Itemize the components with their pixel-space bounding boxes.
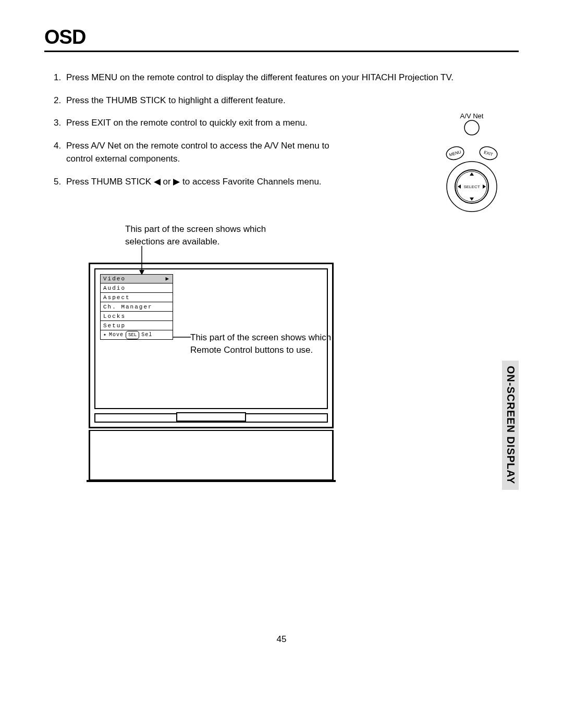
osd-menu-item-video: Video ▶	[100, 274, 173, 283]
page-title: OSD	[44, 26, 519, 51]
remote-control-diagram: A/V Net MENU EXIT	[425, 112, 519, 216]
instruction-text: Press MENU on the remote control to disp…	[66, 71, 519, 84]
list-number: 3.	[54, 116, 66, 130]
title-rule	[44, 51, 519, 52]
svg-text:EXIT: EXIT	[483, 150, 494, 157]
tv-illustration: Video ▶ Audio Aspect Ch. Manager Locks S…	[89, 263, 334, 481]
hint-move-label: Move	[109, 331, 124, 339]
section-tab: ON-SCREEN DISPLAY	[502, 361, 519, 490]
osd-menu-item-locks: Locks	[100, 312, 173, 321]
tv-front-panel	[94, 413, 328, 423]
osd-menu-label: Video	[103, 275, 126, 282]
triangle-right-icon: ▶	[165, 275, 170, 282]
list-number: 4.	[54, 139, 66, 166]
exit-button-icon: EXIT	[478, 145, 498, 162]
list-number: 5.	[54, 175, 66, 189]
list-number: 1.	[54, 71, 66, 84]
osd-menu-item-chmanager: Ch. Manager	[100, 302, 173, 312]
section-tab-label: ON-SCREEN DISPLAY	[505, 366, 517, 484]
osd-menu: Video ▶ Audio Aspect Ch. Manager Locks S…	[100, 274, 173, 340]
thumb-stick-icon: SELECT	[447, 162, 497, 212]
svg-marker-8	[470, 198, 474, 201]
menu-button-icon: MENU	[445, 145, 465, 162]
avnet-label: A/V Net	[425, 112, 519, 120]
instruction-text: Press A/V Net on the remote control to a…	[66, 139, 358, 166]
page-number: 45	[0, 634, 563, 645]
tv-stand	[89, 430, 334, 481]
osd-menu-item-aspect: Aspect	[100, 293, 173, 302]
list-number: 2.	[54, 94, 66, 107]
osd-menu-hint-row: ✦ Move SEL Sel	[100, 330, 173, 340]
svg-text:MENU: MENU	[449, 150, 462, 157]
svg-marker-7	[470, 172, 474, 176]
svg-text:SELECT: SELECT	[463, 184, 480, 189]
move-arrows-icon: ✦	[103, 331, 107, 339]
svg-marker-10	[483, 184, 486, 189]
avnet-button-icon	[464, 120, 479, 135]
instruction-text: Press THUMB STICK ◀ or ▶ to access Favor…	[66, 175, 358, 189]
tv-screen: Video ▶ Audio Aspect Ch. Manager Locks S…	[94, 268, 328, 409]
hint-sel-label: Sel	[141, 331, 152, 339]
osd-menu-item-setup: Setup	[100, 321, 173, 330]
annotation-selections: This part of the screen shows which sele…	[125, 223, 282, 248]
instruction-text: Press the THUMB STICK to highlight a dif…	[66, 94, 519, 107]
osd-menu-item-audio: Audio	[100, 283, 173, 293]
svg-marker-9	[458, 184, 461, 189]
sel-badge: SEL	[126, 331, 139, 339]
